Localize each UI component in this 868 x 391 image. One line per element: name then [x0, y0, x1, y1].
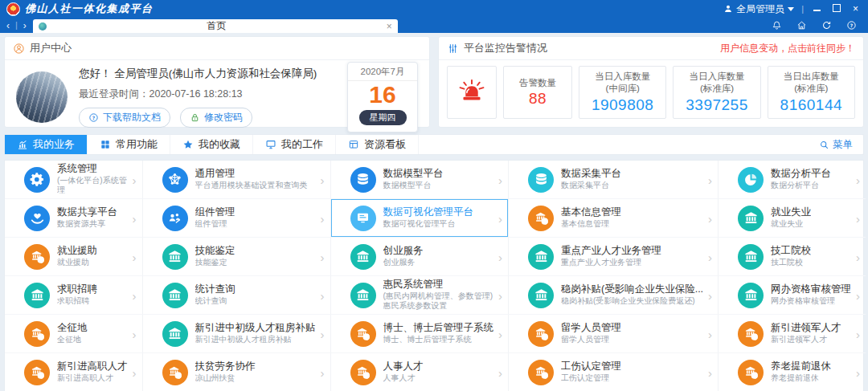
bank-person-icon	[24, 244, 50, 270]
chevron-right-icon: ›	[321, 173, 325, 185]
grid-item-subtitle: 重点产业人才业务管理	[561, 258, 661, 268]
grid-item-subtitle: 新引进领军人才	[771, 335, 841, 345]
tab-strip: ‹ | › 首页 × ?	[0, 18, 868, 33]
bank-person-icon	[24, 360, 50, 385]
grid-item[interactable]: 工伤认定管理工伤认定管理›	[509, 353, 719, 391]
grid-item-title: 博士、博士后管理子系统	[383, 322, 494, 335]
grid-item[interactable]: 数据可视化管理平台数据可视化管理平台›	[331, 199, 510, 238]
grid-item[interactable]: 稳岗补贴(受影响企业失业保险...稳岗补贴(受影响企业失业保险费返还)›	[509, 276, 719, 315]
tab-常用功能[interactable]: 常用功能	[88, 135, 170, 154]
grid-item[interactable]: 创业服务创业服务›	[331, 238, 510, 276]
nav-back-button[interactable]: ‹	[6, 21, 10, 31]
help-icon[interactable]: ?	[846, 20, 857, 31]
bank-person-icon	[738, 360, 764, 385]
chevron-right-icon: ›	[856, 250, 860, 263]
grid-item[interactable]: 数据共享平台数据资源共享›	[5, 199, 143, 238]
avatar[interactable]	[16, 71, 68, 123]
grid-item[interactable]: 重点产业人才业务管理重点产业人才业务管理›	[509, 238, 719, 276]
notifications-icon[interactable]	[772, 20, 782, 31]
grid-item[interactable]: 人事人才人事人才›	[331, 353, 510, 391]
calendar-month: 2020年7月	[348, 63, 417, 81]
bank-person-icon	[350, 321, 376, 347]
minimize-button[interactable]	[811, 4, 823, 14]
grid-item-subtitle: 数据模型平台	[383, 181, 444, 191]
divider: |	[15, 21, 18, 30]
chevron-right-icon: ›	[498, 328, 502, 340]
grid-item[interactable]: 新引进高职人才新引进高职人才›	[5, 353, 143, 391]
tab-我的收藏[interactable]: 我的收藏	[170, 135, 253, 154]
chevron-right-icon: ›	[708, 366, 712, 378]
grid-item[interactable]: 惠民系统管理(惠民内网机构管理、参数管理)惠民系统参数设置›	[331, 276, 510, 315]
chevron-right-icon: ›	[498, 212, 502, 224]
tab-资源看板[interactable]: 资源看板	[336, 135, 419, 154]
grid-item-subtitle: 组件管理	[195, 219, 235, 230]
user-center-title: 用户中心	[30, 41, 72, 55]
grid-item-title: 养老提前退休	[771, 360, 831, 373]
grid-item[interactable]: 组件管理组件管理›	[143, 199, 331, 238]
menu-search-link[interactable]: 菜单	[819, 135, 863, 154]
grid-item-subtitle: 全征地	[57, 335, 88, 345]
alarm-count-value: 88	[529, 90, 547, 108]
grid-item[interactable]: 全征地全征地›	[5, 315, 143, 353]
app-logo-icon	[6, 2, 20, 16]
stat-box: 当日入库数量(标准库)3397255	[673, 66, 760, 119]
grid-item[interactable]: 博士、博士后管理子系统博士、博士后管理子系统›	[331, 315, 510, 353]
grid-item[interactable]: 基本信息管理基本信息管理›	[509, 199, 719, 238]
calendar-day: 16	[348, 81, 417, 109]
monitor-title: 平台监控告警情况	[464, 41, 547, 55]
grid-item-subtitle: 稳岗补贴(受影响企业失业保险费返还)	[561, 296, 703, 307]
grid-item[interactable]: 养老提前退休养老提前退休›	[719, 353, 866, 391]
app-title: 佛山人社一体化集成平台	[25, 2, 154, 16]
grid-item-title: 创业服务	[383, 245, 424, 258]
greeting-text: 您好！ 全局管理员(佛山市人力资源和社会保障局)	[79, 67, 336, 81]
grid-item[interactable]: 数据模型平台数据模型平台›	[331, 161, 510, 199]
grid-item-subtitle: 博士、博士后管理子系统	[383, 335, 494, 345]
grid-item[interactable]: 网办资格审核管理网办资格审核管理›	[719, 276, 866, 315]
chevron-right-icon: ›	[708, 250, 712, 263]
grid-item-title: 工伤认定管理	[561, 360, 621, 373]
change-password-button[interactable]: 修改密码	[180, 108, 252, 128]
function-tab-bar: 我的业务常用功能我的收藏我的工作资源看板 菜单	[4, 134, 864, 155]
monitor-panel: 平台监控告警情况 用户信息变动，点击前往同步！ 告警数量 88 当日入库数量(中…	[438, 36, 864, 128]
tab-home[interactable]: 首页 ×	[33, 19, 398, 33]
download-help-doc-button[interactable]: ? 下载帮助文档	[79, 108, 170, 128]
grid-item-subtitle: 技工院校	[771, 258, 811, 268]
grid-item[interactable]: 扶贫劳务协作凉山州扶贫›	[143, 353, 331, 391]
bank-person-icon	[528, 206, 554, 231]
gear-icon	[24, 167, 50, 193]
grid-item[interactable]: 技工院校技工院校›	[719, 238, 866, 276]
grid-item[interactable]: 留学人员管理留学人员管理›	[509, 315, 719, 353]
chevron-right-icon: ›	[708, 212, 712, 224]
grid-item[interactable]: 数据采集平台数据采集平台›	[509, 161, 719, 199]
home-icon[interactable]	[796, 20, 807, 31]
tab-close-icon[interactable]: ×	[387, 22, 392, 31]
team-icon	[162, 206, 188, 231]
tab-我的工作[interactable]: 我的工作	[253, 135, 336, 154]
grid-item[interactable]: 就业援助就业援助›	[5, 238, 143, 276]
grid-item-subtitle: 网办资格审核管理	[771, 296, 851, 307]
grid-item-subtitle: 数据采集平台	[561, 181, 621, 191]
grid-item[interactable]: 新引进领军人才新引进领军人才›	[719, 315, 866, 353]
nav-forward-button[interactable]: ›	[23, 21, 27, 31]
grid-item[interactable]: 数据分析平台数据分析平台›	[719, 161, 866, 199]
grid-item[interactable]: 统计查询统计查询›	[143, 276, 331, 315]
grid-item[interactable]: 新引进中初级人才租房补贴新引进中初级人才租房补贴›	[143, 315, 331, 353]
grid-item[interactable]: 技能鉴定技能鉴定›	[143, 238, 331, 276]
grid-item[interactable]: 系统管理(一体化平台)系统管理›	[5, 161, 143, 199]
grid-item[interactable]: 通用管理平台通用模块基础设置和查询类›	[143, 161, 331, 199]
user-center-panel: 用户中心 您好！ 全局管理员(佛山市人力资源和社会保障局) 最近登录时间：202…	[4, 36, 430, 128]
grid-item-title: 全征地	[57, 322, 88, 335]
chevron-right-icon: ›	[321, 366, 325, 378]
grid-item[interactable]: 就业失业就业失业›	[719, 199, 866, 238]
grid-item-title: 数据模型平台	[383, 168, 444, 181]
sync-notice-link[interactable]: 用户信息变动，点击前往同步！	[720, 42, 855, 55]
grid-item[interactable]: 求职招聘求职招聘›	[5, 276, 143, 315]
chevron-right-icon: ›	[856, 289, 860, 301]
maximize-button[interactable]	[830, 4, 842, 14]
refresh-icon[interactable]	[821, 20, 832, 31]
close-window-button[interactable]: ×	[850, 4, 862, 14]
calendar-weekday: 星期四	[359, 110, 407, 125]
grid-item-title: 基本信息管理	[561, 206, 621, 219]
tab-我的业务[interactable]: 我的业务	[5, 135, 88, 154]
current-user-menu[interactable]: 全局管理员	[723, 2, 794, 16]
